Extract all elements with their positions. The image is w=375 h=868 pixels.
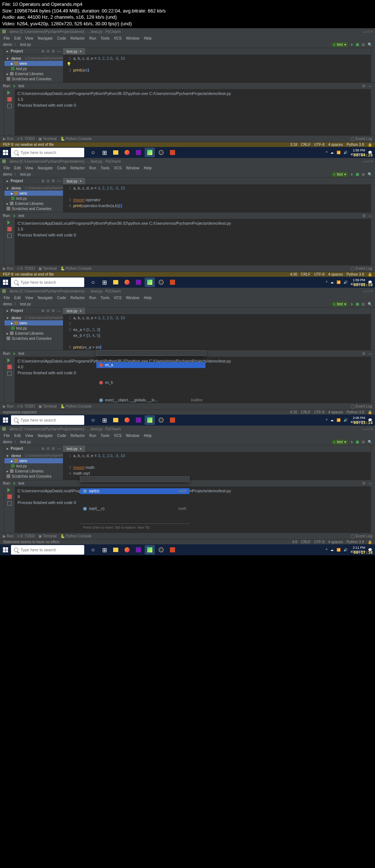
menu-navigate[interactable]: Navigate	[36, 36, 54, 40]
autocomplete-item[interactable]: ex_a	[96, 362, 205, 368]
menu-help[interactable]: Help	[142, 36, 153, 40]
scratch-icon	[7, 77, 10, 81]
rerun-icon[interactable]	[7, 91, 12, 95]
menu-refactor[interactable]: Refactor	[69, 36, 86, 40]
gutter: 1💡3	[63, 55, 73, 82]
menu-bar[interactable]: FileEditViewNavigateCodeRefactorRunTools…	[0, 165, 375, 171]
crumb-project[interactable]: demo	[3, 43, 12, 47]
menu-view[interactable]: View	[24, 36, 35, 40]
terminal-tool[interactable]: ▣ Terminal	[38, 137, 56, 141]
menu-code[interactable]: Code	[56, 36, 68, 40]
wifi-icon[interactable]: 📶	[337, 151, 341, 154]
close-icon[interactable]: ×	[79, 49, 82, 54]
run-button[interactable]	[351, 43, 353, 46]
menu-vcs[interactable]: VCS	[112, 36, 123, 40]
collapse-icon[interactable]: ⊖	[47, 49, 49, 53]
taskview-icon[interactable]: ⊞	[99, 148, 109, 157]
menu-edit[interactable]: Edit	[13, 36, 22, 40]
screenshot-4: demo [C:\Users\erros\PycharmProjects\dem…	[0, 426, 375, 555]
folder-icon	[14, 62, 18, 65]
crumb-file[interactable]: test.py	[20, 43, 31, 47]
code-lines[interactable]: a, b, c, d, e = 3, 2, 2.0, -3, 10 print(…	[73, 55, 371, 82]
tree-venv[interactable]: ▸venv	[4, 61, 63, 66]
run-tool[interactable]: ▶ Run	[3, 137, 14, 141]
volume-icon[interactable]: 🔊	[344, 151, 348, 154]
autocomplete-popup[interactable]: ex_a ex_b exec(__object, __globals, __lo…	[96, 350, 206, 356]
window-controls[interactable]: — □ ×	[363, 30, 373, 34]
console-output[interactable]: C:\Users\erros\AppData\Local\Programs\Py…	[15, 89, 371, 135]
window-title: demo [C:\Users\erros\PycharmProjects\dem…	[10, 30, 361, 34]
firefox-icon[interactable]	[122, 148, 132, 157]
stop-icon[interactable]	[7, 97, 12, 102]
breadcrumb: demo 〉 test.py test ▾ 🔍	[0, 41, 375, 48]
video-header: File: 10 Operators and Operands.mp4 Size…	[0, 0, 375, 28]
debug-icon[interactable]	[356, 43, 359, 46]
event-log[interactable]: ◯ Event Log	[350, 137, 372, 141]
autocomplete-popup[interactable]: sqrt(x)math isqrt(__n)math Press Enter t…	[80, 476, 190, 482]
lock-icon: 🔒	[368, 143, 372, 147]
bottom-tool-strip[interactable]: ▶ Run ≡ 6: TODO ▣ Terminal 🐍 Python Cons…	[0, 135, 375, 142]
screenshot-1: demo [C:\Users\erros\PycharmProjects\dem…	[0, 28, 375, 158]
right-tool-strip[interactable]	[371, 48, 375, 82]
play-icon	[14, 85, 15, 88]
menu-run[interactable]: Run	[88, 36, 98, 40]
play-icon	[334, 43, 335, 46]
run-panel-header[interactable]: Run: test ⚙—	[0, 82, 375, 89]
screenshot-3: demo [C:\Users\erros\PycharmProjects\dem…	[0, 288, 375, 426]
app-icon	[2, 30, 6, 33]
cortana-icon[interactable]: ○	[88, 148, 98, 157]
ppt-icon[interactable]	[167, 148, 178, 157]
onenote-icon[interactable]	[133, 148, 144, 157]
menu-tools[interactable]: Tools	[99, 36, 111, 40]
stop-icon[interactable]	[362, 43, 365, 46]
screenshot-2: demo [C:\Users\erros\PycharmProjects\dem…	[0, 158, 375, 288]
editor-tab[interactable]: test.py×	[63, 48, 86, 55]
menu-bar[interactable]: File Edit View Navigate Code Refactor Ru…	[0, 35, 375, 41]
explorer-icon[interactable]	[111, 148, 121, 157]
run-config[interactable]: test ▾	[331, 42, 348, 47]
window-title-bar: demo [C:\Users\erros\PycharmProjects\dem…	[0, 28, 375, 35]
pycharm-icon[interactable]	[145, 148, 155, 157]
menu-window[interactable]: Window	[125, 36, 141, 40]
gear-icon[interactable]: ⚙	[362, 84, 365, 88]
library-icon	[10, 72, 14, 76]
tree-file[interactable]: test.py	[4, 66, 63, 71]
todo-tool[interactable]: ≡ 6: TODO	[17, 137, 35, 141]
taskbar[interactable]: ○ ⊞ ^ ☁ 📶 🔊 1:55 PM4/10/2020 💬 00:04:28	[0, 147, 375, 158]
start-button[interactable]	[0, 147, 11, 158]
status-message: PEP 8: no newline at end of file	[3, 143, 54, 147]
editor[interactable]: test.py× 1💡3 a, b, c, d, e = 3, 2, 2.0, …	[63, 48, 371, 82]
tree-root[interactable]: ▾demo C:\Users\erros\PycharmProjects\dem…	[4, 56, 63, 61]
project-pane-title: Project	[11, 49, 23, 53]
taskbar-icons[interactable]: ○ ⊞	[88, 148, 178, 157]
search-icon	[14, 150, 18, 155]
search-box[interactable]	[11, 148, 84, 157]
cloud-icon[interactable]: ☁	[330, 151, 334, 154]
run-controls[interactable]	[4, 89, 15, 135]
left-tool-strip[interactable]	[0, 48, 4, 82]
video-timestamp: 00:04:28	[353, 153, 373, 157]
expand-icon[interactable]: ⊕	[41, 49, 44, 53]
project-pane[interactable]: ▸ Project ⊕⊖⚙— ▾demo C:\Users\erros\Pych…	[4, 48, 63, 82]
layout-icon[interactable]	[7, 104, 12, 108]
project-pane[interactable]: ▸Project⊕⊖⚙— ▾demo C:\Users\erros\Pychar…	[4, 178, 63, 212]
pycon-tool[interactable]: 🐍 Python Console	[60, 137, 92, 141]
hide-icon[interactable]: —	[368, 84, 372, 88]
python-file-icon	[11, 67, 15, 70]
chevron-up-icon[interactable]: ^	[326, 151, 327, 154]
obs-icon[interactable]	[156, 148, 166, 157]
folder-icon: ▸	[7, 49, 8, 53]
gear-icon[interactable]: ⚙	[52, 49, 55, 53]
menu-file[interactable]: File	[2, 36, 11, 40]
tree-scratch[interactable]: Scratches and Consoles	[4, 76, 63, 81]
status-bar: PEP 8: no newline at end of file 3:18 CR…	[0, 142, 375, 147]
tree-ext[interactable]: ▸External Libraries	[4, 71, 63, 76]
search-input[interactable]	[21, 150, 81, 155]
caret-pos: 3:18	[290, 143, 297, 147]
search-icon[interactable]: 🔍	[368, 43, 372, 47]
hide-icon[interactable]: —	[57, 49, 61, 53]
